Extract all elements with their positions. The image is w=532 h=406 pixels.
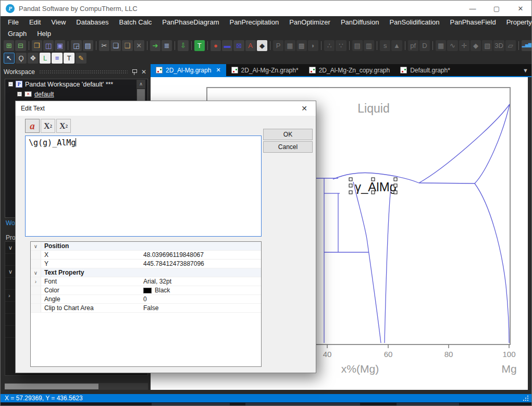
delete-icon[interactable]: ✕ <box>134 40 144 51</box>
close-button[interactable]: ✕ <box>509 1 532 16</box>
property-value[interactable]: False <box>143 304 261 312</box>
legend-tool-icon[interactable]: ≡ <box>52 53 63 64</box>
toolbar-separator <box>29 41 29 50</box>
liquidus-projection-icon[interactable]: A <box>245 40 256 51</box>
pan-tool-icon[interactable]: ✥ <box>28 53 39 64</box>
paste-icon[interactable]: ❑ <box>122 40 132 51</box>
zoom-tool-icon[interactable]: Ϙ <box>16 53 27 64</box>
resize-grip[interactable] <box>523 396 528 401</box>
menu-pansolidification[interactable]: PanSolidification <box>384 17 444 27</box>
copy-icon[interactable]: ❏ <box>110 40 121 51</box>
toolbar-separator <box>349 41 350 50</box>
point-calculation-icon[interactable]: ● <box>211 40 221 51</box>
cancel-button[interactable]: Cancel <box>263 141 313 153</box>
solidification-simulation-icon[interactable]: ◆ <box>257 40 267 51</box>
tree-item[interactable]: −PPandat Workspace 'default' *** <box>5 79 147 89</box>
property-row[interactable]: X48.039696119848067 <box>31 251 261 260</box>
property-value[interactable]: 48.039696119848067 <box>143 251 261 259</box>
batch-options-icon[interactable]: ≣ <box>162 40 172 51</box>
scrollbar-thumb[interactable] <box>5 384 98 389</box>
print-preview-icon[interactable]: ◲ <box>71 40 81 51</box>
edit-tool-icon[interactable]: ✎ <box>76 53 86 64</box>
chevron-down-icon[interactable]: ∨ <box>31 242 41 250</box>
subscript-button[interactable]: X2 <box>56 119 71 133</box>
add-text-tool-icon[interactable]: T <box>64 53 75 64</box>
tree-expander-icon[interactable]: − <box>8 82 13 87</box>
menu-panphasefield[interactable]: PanPhaseField <box>445 17 501 27</box>
tree-item-label[interactable]: Pandat Workspace 'default' *** <box>25 81 113 88</box>
menu-graph[interactable]: Graph <box>3 29 32 39</box>
gamma-almg-annotation[interactable]: γ_AlMg <box>355 180 397 194</box>
superscript-button[interactable]: X2 <box>41 119 55 133</box>
property-value[interactable]: 445.78412473887096 <box>143 260 261 267</box>
menu-panphasediagram[interactable]: PanPhaseDiagram <box>157 17 224 27</box>
property-row[interactable]: Angle0 <box>31 295 261 304</box>
tab-2d-al-mg-zn-graph-[interactable]: 2D_Al-Mg-Zn.graph* <box>226 64 304 76</box>
text-input[interactable]: \g(g)_AlMg <box>25 136 262 237</box>
toolbar: ⊞⊟❒◫▣◲▤✂❏❑✕➔≣⇩T●▬⊠A◆P▦▩◗∴∵▤▥s▲pfD▦∿✛◆▧3D… <box>1 39 532 64</box>
property-value[interactable]: Arial, 32pt <box>143 278 261 285</box>
scroll-up-icon[interactable]: ∧ <box>137 80 145 88</box>
superscript-base: X <box>44 121 50 131</box>
dialog-close-icon[interactable]: ✕ <box>298 104 311 113</box>
horizontal-scrollbar[interactable] <box>5 383 148 390</box>
property-row[interactable]: ›FontArial, 32pt <box>31 277 261 286</box>
menu-databases[interactable]: Databases <box>71 17 114 27</box>
import-icon[interactable]: ⇩ <box>178 40 188 51</box>
dialog-title-bar[interactable]: Edit Text ✕ <box>16 101 316 116</box>
menu-view[interactable]: View <box>46 17 71 27</box>
line-calculation-icon[interactable]: ▬ <box>222 40 232 51</box>
tab-close-icon[interactable]: ✕ <box>216 67 220 73</box>
tab-2d-al-mg-graph[interactable]: 2D_Al-Mg.graph✕ <box>151 64 226 76</box>
select-tool-icon[interactable]: ↖ <box>4 53 15 64</box>
tab-2d-al-mg-zn-copy-graph[interactable]: 2D_Al-Mg-Zn_copy.graph <box>304 64 395 76</box>
new-workspace-icon[interactable]: ⊞ <box>4 40 14 51</box>
batch-file-icon: ✕ <box>24 91 32 97</box>
menu-property[interactable]: Property <box>501 17 532 27</box>
chevron-down-icon[interactable]: ∨ <box>8 244 13 251</box>
chevron-down-icon[interactable]: ∨ <box>8 268 13 275</box>
maximize-button[interactable]: ▢ <box>485 1 509 16</box>
menu-help[interactable]: Help <box>32 29 56 39</box>
export-icon[interactable]: ➔ <box>150 40 160 51</box>
property-value[interactable]: 0 <box>143 296 261 303</box>
minimize-button[interactable]: — <box>461 1 485 16</box>
property-section-row[interactable]: ∨Position <box>31 242 261 251</box>
save-icon[interactable]: ◫ <box>43 40 54 51</box>
label-tool-icon[interactable]: L <box>40 53 51 64</box>
property-section-row[interactable]: ∨Text Property <box>31 268 261 277</box>
cut-icon[interactable]: ✂ <box>99 40 109 51</box>
menu-batch-calc[interactable]: Batch Calc <box>114 17 157 27</box>
chevron-right-icon[interactable]: › <box>8 292 10 299</box>
menu-panoptimizer[interactable]: PanOptimizer <box>284 17 336 27</box>
ok-button[interactable]: OK <box>263 129 313 140</box>
property-row[interactable]: Y445.78412473887096 <box>31 260 261 268</box>
open-workspace-icon[interactable]: ⊟ <box>15 40 26 51</box>
toolbar-separator <box>147 41 147 50</box>
panel-close-icon[interactable]: ✕ <box>141 68 146 76</box>
save-all-icon[interactable]: ▣ <box>55 40 65 51</box>
row-gutter <box>31 251 41 259</box>
pin-icon[interactable] <box>131 68 138 76</box>
open-icon[interactable]: ❒ <box>32 40 42 51</box>
font-button[interactable]: a <box>25 119 40 133</box>
menu-file[interactable]: File <box>3 17 24 27</box>
property-row[interactable]: ColorBlack <box>31 286 261 295</box>
tree-item[interactable]: −✕default <box>5 89 147 99</box>
chevron-down-icon[interactable]: ∨ <box>31 268 41 277</box>
tab-default-graph-[interactable]: Default.graph* <box>395 64 455 76</box>
load-database-icon[interactable]: T <box>194 40 205 51</box>
chevron-right-icon[interactable]: › <box>31 277 41 286</box>
menu-panprecipitation[interactable]: PanPrecipitation <box>224 17 284 27</box>
property-row[interactable]: Clip to Chart AreaFalse <box>31 304 261 313</box>
section-calculation-icon[interactable]: ⊠ <box>233 40 244 51</box>
menu-pandiffusion[interactable]: PanDiffusion <box>336 17 384 27</box>
tree-expander-icon[interactable]: − <box>17 92 22 96</box>
plot-wizard-icon[interactable]: ▂▅▇ <box>522 40 532 51</box>
property-value[interactable]: Black <box>143 287 261 294</box>
menu-edit[interactable]: Edit <box>24 17 46 27</box>
print-icon[interactable]: ▤ <box>83 40 93 51</box>
tree-item-label[interactable]: default <box>34 91 54 98</box>
tab-list-dropdown-icon[interactable]: ▼ <box>518 64 532 76</box>
toolbar-separator <box>270 41 270 50</box>
